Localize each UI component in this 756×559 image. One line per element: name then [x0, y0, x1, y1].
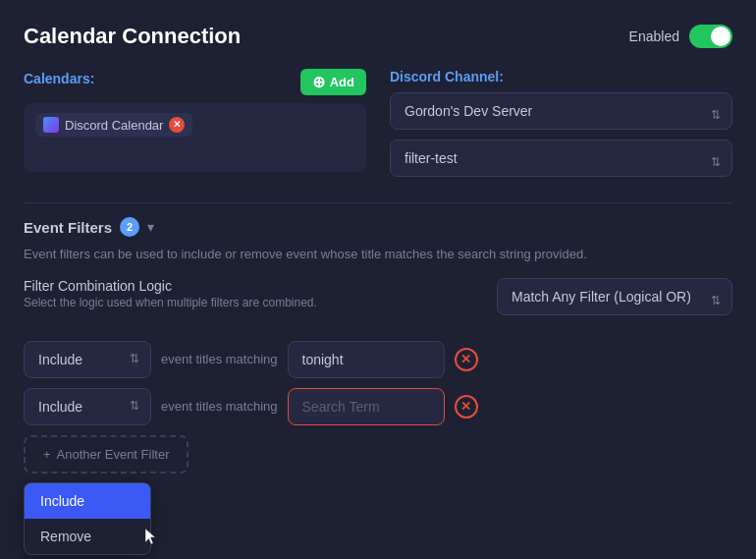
add-filter-button[interactable]: + Another Event Filter [24, 435, 189, 474]
add-filter-row: + Another Event Filter [24, 435, 732, 474]
filter-input-2[interactable] [288, 388, 445, 425]
enabled-label: Enabled [629, 28, 679, 44]
calendars-label: Calendars: [24, 71, 94, 86]
filter-text-2: event titles matching [161, 399, 278, 414]
event-filters-description: Event filters can be used to include or … [24, 245, 732, 264]
filter-combo-labels: Filter Combination Logic Select the logi… [24, 278, 317, 309]
calendar-name: Discord Calendar [65, 118, 163, 133]
add-filter-label: Another Event Filter [57, 447, 170, 462]
event-filters-toggle-row[interactable]: Event Filters 2 ▾ [24, 217, 732, 237]
calendars-section: Calendars: ⊕ Add Discord Calendar ✕ [24, 69, 366, 187]
filter-combo-title: Filter Combination Logic [24, 278, 317, 294]
plus-circle-icon: ⊕ [312, 73, 325, 91]
server-select-wrapper: Gordon's Dev Server ⇅ [390, 92, 732, 140]
filter-action-dropdown: Include Remove [24, 482, 151, 555]
filter-action-select-2[interactable]: Include [24, 388, 151, 425]
filter-combination-row: Filter Combination Logic Select the logi… [24, 278, 732, 325]
filter-action-select-1[interactable]: Include [24, 341, 151, 378]
dropdown-item-include[interactable]: Include [25, 483, 150, 519]
divider [24, 202, 732, 203]
discord-label: Discord Channel: [390, 69, 732, 84]
add-calendar-button[interactable]: ⊕ Add [300, 69, 366, 95]
filter-include-wrapper-1: Include ⇅ [24, 341, 151, 378]
header-row: Calendar Connection Enabled [24, 24, 732, 49]
calendar-box: Discord Calendar ✕ [24, 103, 366, 172]
calendar-icon [43, 117, 59, 133]
add-filter-icon: + [43, 447, 51, 462]
remove-filter-button-1[interactable]: ✕ [455, 348, 478, 371]
server-select[interactable]: Gordon's Dev Server [390, 92, 732, 130]
filter-combo-desc: Select the logic used when multiple filt… [24, 296, 317, 309]
page-title: Calendar Connection [24, 24, 241, 49]
filter-combo-select-wrapper: Match Any Filter (Logical OR) ⇅ [497, 278, 732, 325]
remove-filter-button-2[interactable]: ✕ [455, 395, 478, 419]
channel-select-wrapper: filter-test ⇅ [390, 140, 732, 187]
chevron-down-icon: ▾ [147, 219, 154, 235]
enabled-toggle[interactable] [689, 25, 732, 48]
filter-row-2: Include ⇅ event titles matching ✕ [24, 388, 732, 425]
filter-input-1[interactable] [288, 341, 445, 378]
filter-row-1: Include ⇅ event titles matching ✕ [24, 341, 732, 378]
filter-include-wrapper-2: Include ⇅ [24, 388, 151, 425]
dropdown-item-remove[interactable]: Remove [25, 519, 150, 554]
toggle-knob [711, 27, 730, 46]
event-filters-badge: 2 [120, 217, 139, 237]
calendar-item: Discord Calendar ✕ [35, 113, 192, 137]
discord-section: Discord Channel: Gordon's Dev Server ⇅ f… [390, 69, 732, 187]
filter-combo-select[interactable]: Match Any Filter (Logical OR) [497, 278, 732, 315]
content-grid: Calendars: ⊕ Add Discord Calendar ✕ Disc… [24, 69, 732, 187]
add-button-label: Add [330, 75, 354, 89]
filter-text-1: event titles matching [161, 352, 278, 366]
remove-calendar-button[interactable]: ✕ [169, 117, 185, 133]
event-filters-title: Event Filters [24, 219, 112, 236]
enabled-row: Enabled [629, 25, 732, 48]
main-container: Calendar Connection Enabled Calendars: ⊕… [0, 0, 756, 559]
calendars-header: Calendars: ⊕ Add [24, 69, 366, 95]
channel-select[interactable]: filter-test [390, 140, 732, 177]
